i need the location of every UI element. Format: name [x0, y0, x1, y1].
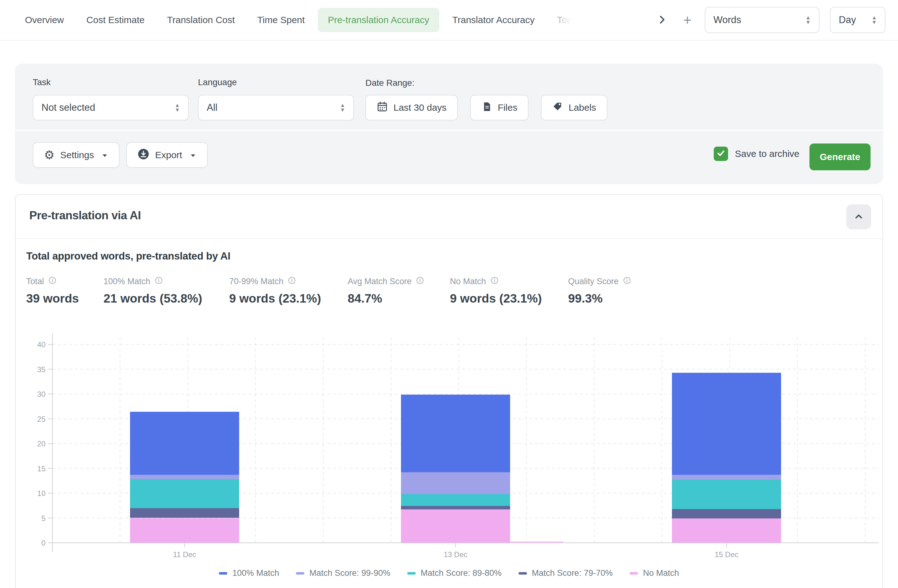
tabs-scroll-right-button[interactable] [654, 12, 670, 29]
file-icon [481, 102, 492, 114]
stat-value: 84.7% [348, 292, 424, 305]
save-to-archive-checkbox[interactable] [714, 146, 728, 161]
filters-panel: Task Not selected ▲▼ Language All ▲▼ Dat… [15, 64, 883, 184]
stat-value: 99.3% [568, 292, 631, 305]
files-filter-label: Files [498, 102, 517, 113]
date-range-value: Last 30 days [394, 102, 446, 113]
legend-item-100-match[interactable]: 100% Match [219, 568, 279, 578]
collapse-panel-button[interactable] [846, 204, 871, 229]
chart-section-title: Total approved words, pre-translated by … [26, 250, 231, 262]
legend-label: No Match [643, 568, 679, 578]
report-actions: ⚙ Settings Export [33, 142, 208, 168]
legend-item-89-80[interactable]: Match Score: 89-80% [407, 568, 502, 578]
add-report-button[interactable]: + [681, 10, 694, 30]
period-select-value: Day [839, 14, 856, 26]
stat-label: Total [26, 277, 44, 286]
report-tabs: Overview Cost Estimate Translation Cost … [14, 0, 573, 40]
panel-header: Pre-translation via AI [15, 195, 883, 239]
generate-button[interactable]: Generate [809, 143, 870, 170]
tab-translation-cost[interactable]: Translation Cost [156, 8, 246, 32]
panel-title: Pre-translation via AI [29, 209, 141, 222]
unit-select[interactable]: Words ▲▼ [705, 7, 820, 33]
legend-item-no-match[interactable]: No Match [629, 568, 679, 578]
info-icon[interactable] [416, 276, 424, 287]
tag-icon [552, 102, 563, 114]
info-icon[interactable] [155, 276, 163, 287]
tab-time-spent[interactable]: Time Spent [246, 8, 316, 32]
stat-label: Avg Match Score [348, 277, 412, 286]
stat-label: 70-99% Match [229, 277, 283, 286]
tab-overview[interactable]: Overview [14, 8, 75, 32]
stat-value: 21 words (53.8%) [103, 292, 202, 305]
tab-top-truncated[interactable]: Top [546, 8, 573, 32]
legend-label: Match Score: 89-80% [421, 568, 502, 578]
tab-bar: Overview Cost Estimate Translation Cost … [0, 0, 898, 40]
plus-icon: + [683, 13, 692, 27]
info-icon[interactable] [48, 276, 57, 287]
tab-cost-estimate[interactable]: Cost Estimate [75, 8, 156, 32]
download-icon [137, 148, 149, 162]
files-filter-button[interactable]: Files [470, 95, 529, 120]
stat-70-99-match: 70-99% Match 9 words (23.1%) [229, 276, 321, 305]
chevron-up-icon [853, 211, 864, 223]
panel-divider [15, 130, 883, 131]
period-select[interactable]: Day ▲▼ [830, 7, 886, 33]
export-button-label: Export [155, 150, 182, 160]
info-icon[interactable] [288, 276, 296, 287]
language-label: Language [198, 77, 237, 87]
save-to-archive-label: Save to archive [735, 148, 800, 159]
settings-button[interactable]: ⚙ Settings [33, 142, 120, 168]
task-label: Task [33, 77, 51, 87]
stat-no-match: No Match 9 words (23.1%) [450, 276, 542, 305]
gear-icon: ⚙ [44, 149, 55, 161]
stat-100-match: 100% Match 21 words (53.8%) [103, 276, 202, 305]
labels-filter-button[interactable]: Labels [541, 95, 607, 120]
stat-label: 100% Match [103, 277, 150, 286]
stat-avg-match-score: Avg Match Score 84.7% [348, 276, 424, 305]
settings-button-label: Settings [60, 150, 94, 160]
select-stepper-icon: ▲▼ [340, 103, 345, 112]
select-stepper-icon: ▲▼ [806, 15, 811, 25]
stat-value: 9 words (23.1%) [450, 292, 542, 305]
tab-translator-accuracy[interactable]: Translator Accuracy [441, 8, 546, 32]
calendar-icon [377, 101, 388, 114]
stat-quality-score: Quality Score 99.3% [568, 276, 631, 305]
info-icon[interactable] [623, 276, 631, 287]
stat-value: 39 words [26, 292, 79, 305]
unit-select-value: Words [713, 14, 741, 26]
select-stepper-icon: ▲▼ [175, 103, 180, 112]
labels-filter-label: Labels [569, 102, 596, 113]
legend-swatch [518, 572, 527, 574]
task-select-value: Not selected [42, 102, 95, 113]
chevron-down-icon [101, 150, 108, 160]
legend-swatch [407, 572, 416, 574]
stat-label: No Match [450, 277, 486, 286]
select-stepper-icon: ▲▼ [872, 15, 877, 25]
language-select[interactable]: All ▲▼ [198, 95, 354, 120]
info-icon[interactable] [491, 276, 498, 287]
check-icon [716, 148, 726, 159]
export-button[interactable]: Export [126, 142, 208, 168]
date-range-controls: Last 30 days Files [366, 95, 607, 120]
legend-label: 100% Match [232, 568, 279, 578]
legend-label: Match Score: 99-90% [309, 568, 391, 578]
save-to-archive-control[interactable]: Save to archive [714, 146, 800, 161]
pre-translation-panel: Pre-translation via AI Total approved wo… [15, 194, 883, 588]
tab-pre-translation-accuracy[interactable]: Pre-translation Accuracy [318, 8, 439, 32]
stat-total: Total 39 words [26, 276, 79, 305]
legend-item-79-70[interactable]: Match Score: 79-70% [518, 568, 613, 578]
chevron-down-icon [189, 150, 197, 160]
chart-legend: 100% Match Match Score: 99-90% Match Sco… [15, 568, 883, 578]
report-page: Overview Cost Estimate Translation Cost … [0, 0, 898, 588]
stat-label: Quality Score [568, 277, 619, 286]
legend-swatch [296, 572, 304, 574]
stat-value: 9 words (23.1%) [229, 292, 321, 305]
date-range-label: Date Range: [366, 78, 414, 88]
date-range-button[interactable]: Last 30 days [366, 95, 458, 120]
chevron-right-icon [657, 14, 667, 26]
legend-swatch [629, 572, 638, 574]
task-select[interactable]: Not selected ▲▼ [33, 95, 189, 120]
language-select-value: All [207, 102, 217, 113]
tab-bar-controls: + Words ▲▼ Day ▲▼ [654, 0, 886, 40]
legend-item-99-90[interactable]: Match Score: 99-90% [296, 568, 391, 578]
